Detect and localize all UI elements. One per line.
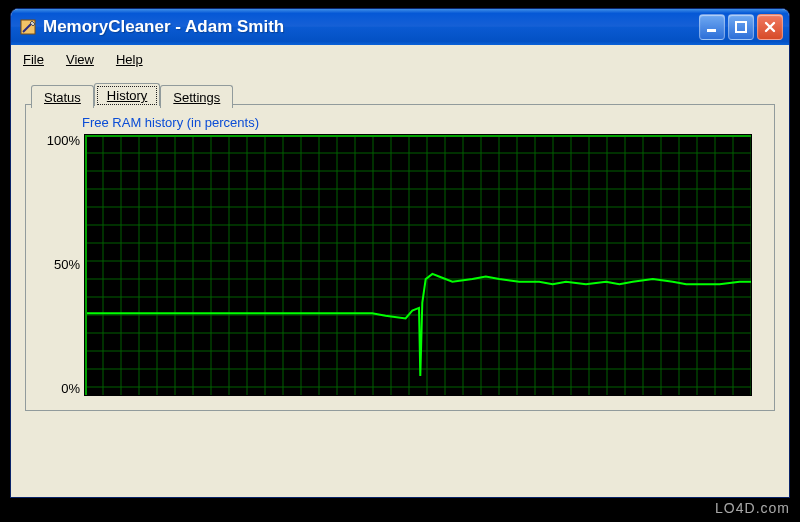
maximize-icon [735, 21, 747, 33]
minimize-button[interactable] [699, 14, 725, 40]
close-button[interactable] [757, 14, 783, 40]
tab-bar: Status History Settings [31, 79, 775, 105]
minimize-icon [706, 21, 718, 33]
chart-title: Free RAM history (in percents) [82, 115, 760, 130]
menu-view[interactable]: View [66, 52, 94, 67]
menubar: File View Help [11, 45, 789, 73]
ylabel-50: 50% [54, 258, 80, 272]
svg-rect-1 [707, 29, 716, 32]
chart: 100% 50% 0% [40, 134, 760, 396]
tab-settings[interactable]: Settings [160, 85, 233, 108]
app-icon [19, 18, 37, 36]
menu-file[interactable]: File [23, 52, 44, 67]
app-window: MemoryCleaner - Adam Smith File View Hel… [10, 8, 790, 498]
svg-rect-2 [736, 22, 746, 32]
y-axis-labels: 100% 50% 0% [40, 134, 84, 396]
title-bar: MemoryCleaner - Adam Smith [11, 9, 789, 45]
tab-history[interactable]: History [94, 83, 160, 106]
chart-svg [85, 135, 752, 396]
tab-status[interactable]: Status [31, 85, 94, 108]
window-controls [699, 14, 783, 40]
client-area: Status History Settings Free RAM history… [11, 73, 789, 427]
watermark: LO4D.com [715, 500, 790, 516]
ylabel-100: 100% [47, 134, 80, 148]
menu-help[interactable]: Help [116, 52, 143, 67]
tab-panel-history: Free RAM history (in percents) 100% 50% … [25, 104, 775, 411]
chart-area [84, 134, 752, 396]
ylabel-0: 0% [61, 382, 80, 396]
maximize-button[interactable] [728, 14, 754, 40]
window-title: MemoryCleaner - Adam Smith [43, 17, 699, 37]
close-icon [764, 21, 776, 33]
